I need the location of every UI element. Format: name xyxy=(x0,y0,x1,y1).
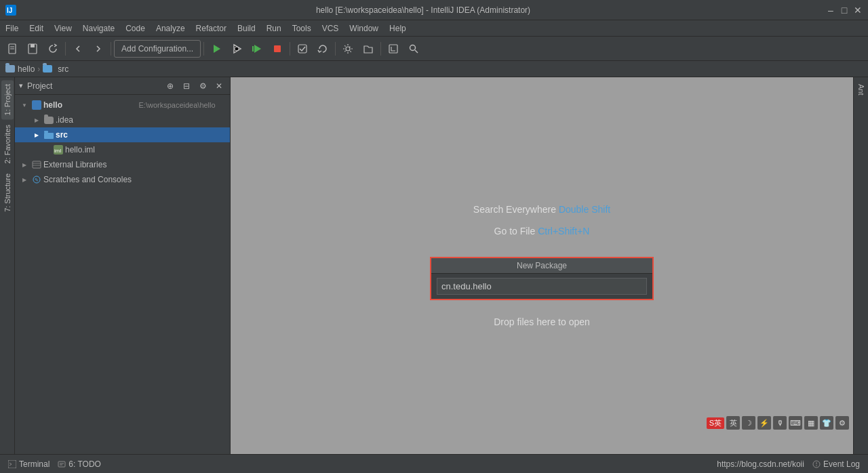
breadcrumb-src[interactable]: src xyxy=(58,64,68,74)
open-folder-button[interactable] xyxy=(359,39,378,58)
apply-patches-button[interactable] xyxy=(293,39,312,58)
scratch-icon: ✎ xyxy=(31,174,42,185)
src-folder-icon xyxy=(43,65,52,73)
separator-1 xyxy=(65,42,66,56)
window-controls: – □ ✕ xyxy=(826,5,863,15)
menu-tools[interactable]: Tools xyxy=(287,20,317,37)
ime-lightning-icon[interactable]: ⚡ xyxy=(757,416,771,430)
terminal-button[interactable]: Terminal xyxy=(5,458,52,470)
separator-4 xyxy=(290,42,290,56)
iml-file-icon: iml xyxy=(53,144,64,155)
debug-button[interactable] xyxy=(227,39,246,58)
status-url[interactable]: https://blog.csdn.net/koii xyxy=(714,458,807,470)
minimize-button[interactable]: – xyxy=(826,5,835,15)
ime-skin-icon[interactable]: 👕 xyxy=(820,416,833,430)
menu-navigate[interactable]: Navigate xyxy=(77,20,120,37)
update-project-button[interactable] xyxy=(313,39,332,58)
breadcrumb-separator: › xyxy=(37,64,40,74)
menu-edit[interactable]: Edit xyxy=(24,20,49,37)
ime-settings-icon[interactable]: ⚙ xyxy=(835,416,849,430)
ime-moon-icon[interactable]: ☽ xyxy=(742,416,755,430)
add-configuration-button[interactable]: Add Configuration... xyxy=(114,40,201,58)
breadcrumb-hello[interactable]: hello xyxy=(18,64,35,74)
svg-text:iml: iml xyxy=(54,148,61,154)
build-run-button[interactable] xyxy=(207,39,226,58)
svg-text:IJ: IJ xyxy=(7,7,12,14)
tree-root[interactable]: hello E:\workspaceidea\hello xyxy=(15,98,230,112)
ime-lang-icon[interactable]: 英 xyxy=(726,416,740,430)
welcome-hints: Search Everywhere Double Shift Go to Fil… xyxy=(473,204,610,236)
menu-vcs[interactable]: VCS xyxy=(317,20,344,37)
ime-main-button[interactable]: S英 xyxy=(707,417,724,429)
src-toggle-icon[interactable] xyxy=(31,129,42,140)
sidebar-tab-project[interactable]: 1: Project xyxy=(1,80,14,119)
ime-keyboard1-icon[interactable]: ⌨ xyxy=(789,416,802,430)
new-file-button[interactable] xyxy=(3,39,22,58)
menu-build[interactable]: Build xyxy=(232,20,261,37)
new-package-input[interactable] xyxy=(437,278,647,295)
right-sidebar: Ant xyxy=(853,77,868,454)
svg-point-33 xyxy=(816,465,817,466)
forward-button[interactable] xyxy=(89,39,108,58)
event-log-label: Event Log xyxy=(823,459,860,469)
run-config-button[interactable] xyxy=(384,39,403,58)
ant-tab[interactable]: Ant xyxy=(855,80,867,100)
separator-5 xyxy=(335,42,336,56)
menu-help[interactable]: Help xyxy=(384,20,412,37)
stop-button[interactable] xyxy=(268,39,287,58)
menu-run[interactable]: Run xyxy=(261,20,287,37)
panel-add-button[interactable]: ⊕ xyxy=(163,79,177,93)
ext-lib-toggle-icon[interactable] xyxy=(19,159,30,170)
menu-view[interactable]: View xyxy=(49,20,77,37)
goto-hint: Go to File Ctrl+Shift+N xyxy=(494,226,590,236)
event-log-button[interactable]: Event Log xyxy=(810,458,863,470)
scratch-toggle-icon[interactable] xyxy=(19,174,30,185)
tree-src-folder[interactable]: src xyxy=(15,127,230,142)
tree-external-libraries[interactable]: External Libraries xyxy=(15,157,230,172)
event-log-icon xyxy=(812,460,821,468)
back-button[interactable] xyxy=(68,39,87,58)
root-path: E:\workspaceidea\hello xyxy=(139,101,231,109)
panel-close-button[interactable]: ✕ xyxy=(212,79,226,93)
tree-idea-folder[interactable]: .idea xyxy=(15,112,230,127)
settings-button[interactable] xyxy=(338,39,357,58)
ext-lib-label: External Libraries xyxy=(43,160,230,169)
sync-button[interactable] xyxy=(43,39,62,58)
ime-micro-icon[interactable]: 🎙 xyxy=(773,416,787,430)
iml-label: hello.iml xyxy=(65,145,230,155)
panel-dropdown-icon[interactable]: ▾ xyxy=(19,81,23,90)
close-button[interactable]: ✕ xyxy=(853,5,863,15)
menu-refactor[interactable]: Refactor xyxy=(191,20,232,37)
todo-button[interactable]: 6: TODO xyxy=(55,458,104,470)
menu-analyze[interactable]: Analyze xyxy=(151,20,191,37)
menu-window[interactable]: Window xyxy=(344,20,384,37)
panel-settings-button[interactable]: ⚙ xyxy=(196,79,210,93)
svg-marker-7 xyxy=(214,45,220,53)
hello-folder-icon xyxy=(5,65,15,73)
root-label: hello xyxy=(43,100,135,110)
save-button[interactable] xyxy=(23,39,42,58)
separator-2 xyxy=(111,42,111,56)
menu-code[interactable]: Code xyxy=(120,20,151,37)
maximize-button[interactable]: □ xyxy=(840,5,849,15)
iml-spacer xyxy=(41,144,52,155)
run-coverage-button[interactable] xyxy=(248,39,267,58)
sidebar-tab-favorites[interactable]: 2: Favorites xyxy=(1,121,14,167)
sidebar-tab-structure[interactable]: 7: Structure xyxy=(1,169,14,216)
svg-text:✎: ✎ xyxy=(35,178,39,182)
idea-label: .idea xyxy=(56,115,230,125)
svg-marker-10 xyxy=(254,45,261,53)
project-panel: ▾ Project ⊕ ⊟ ⚙ ✕ hello E:\workspaceidea… xyxy=(15,77,231,454)
search-everywhere-button[interactable] xyxy=(404,39,423,58)
menu-file[interactable]: File xyxy=(0,20,24,37)
tree-iml-file[interactable]: iml hello.iml xyxy=(15,142,230,157)
todo-label: 6: TODO xyxy=(68,459,101,469)
terminal-icon xyxy=(8,460,16,468)
tree-scratches-consoles[interactable]: ✎ Scratches and Consoles xyxy=(15,172,230,187)
ime-keyboard2-icon[interactable]: ▦ xyxy=(804,416,818,430)
goto-hint-shortcut: Ctrl+Shift+N xyxy=(538,226,589,236)
tree-view: hello E:\workspaceidea\hello .idea src xyxy=(15,95,230,454)
panel-collapse-button[interactable]: ⊟ xyxy=(180,79,193,93)
root-toggle-icon[interactable] xyxy=(19,100,30,110)
idea-toggle-icon[interactable] xyxy=(31,115,42,125)
